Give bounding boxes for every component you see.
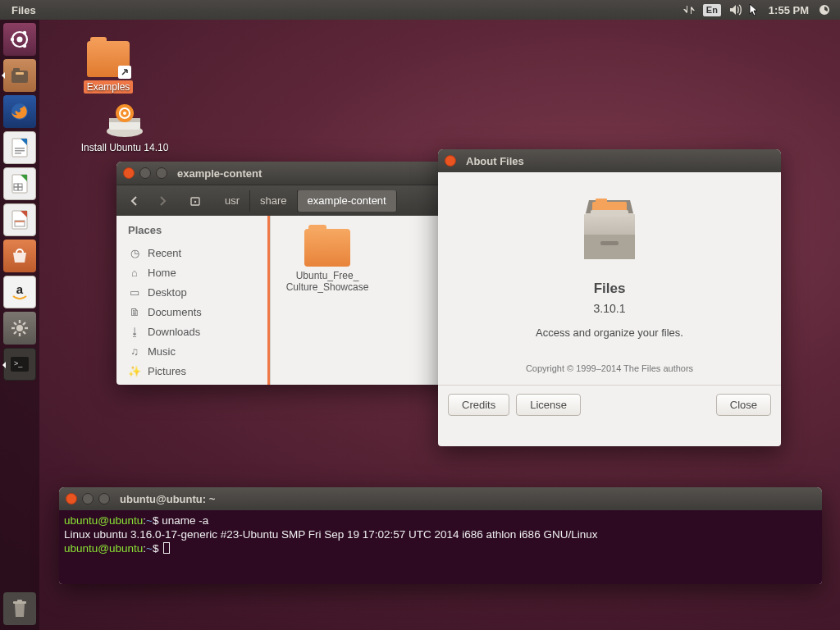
svg-text:a: a xyxy=(16,282,24,296)
desktop-icon-install-ubuntu[interactable]: Install Ubuntu 14.10 xyxy=(59,102,190,154)
sidebar-item-label: Pictures xyxy=(148,365,186,377)
sidebar-item-label: Documents xyxy=(148,306,202,318)
shortcut-badge-icon xyxy=(118,66,131,79)
svg-point-2 xyxy=(11,38,14,41)
folder-label: Ubuntu_Free_ Culture_Showcase xyxy=(282,270,372,293)
about-dialog: About Files Files 3.10.1 Access and orga… xyxy=(438,149,781,446)
svg-rect-7 xyxy=(16,72,24,75)
sidebar-item-label: Music xyxy=(148,345,176,358)
folder-item[interactable]: Ubuntu_Free_ Culture_Showcase xyxy=(282,229,372,293)
launcher-dash[interactable] xyxy=(3,23,36,56)
launcher-software-center[interactable] xyxy=(3,240,36,272)
nav-back-button[interactable] xyxy=(123,190,146,212)
window-minimize-button[interactable] xyxy=(139,167,151,179)
terminal-prompt-user: ubuntu@ubuntu xyxy=(64,542,143,555)
clock[interactable]: 1:55 PM xyxy=(764,0,814,20)
terminal-titlebar[interactable]: ubuntu@ubuntu: ~ xyxy=(59,487,822,510)
window-maximize-button[interactable] xyxy=(156,167,167,179)
svg-rect-46 xyxy=(600,241,619,245)
terminal-prompt-user: ubuntu@ubuntu xyxy=(64,514,143,527)
svg-rect-20 xyxy=(15,221,25,222)
svg-point-4 xyxy=(23,44,26,48)
desktop-icon-label: Install Ubuntu 14.10 xyxy=(78,141,172,154)
about-version: 3.10.1 xyxy=(458,302,761,315)
session-indicator-icon[interactable] xyxy=(814,0,835,20)
about-copyright: Copyright © 1999–2014 The Files authors xyxy=(458,363,761,373)
desktop-icon-label: Examples xyxy=(84,80,134,94)
downloads-icon: ⭳ xyxy=(128,326,141,338)
launcher-amazon[interactable]: a xyxy=(3,276,36,308)
about-window-title: About Files xyxy=(466,155,524,167)
svg-line-27 xyxy=(14,322,16,325)
launcher-settings[interactable] xyxy=(3,312,36,345)
keyboard-indicator[interactable]: En xyxy=(703,4,721,16)
breadcrumb-segment[interactable]: usr xyxy=(215,190,250,212)
sidebar-item-label: Home xyxy=(148,267,176,279)
svg-point-22 xyxy=(16,325,23,331)
path-root-button[interactable] xyxy=(184,190,207,212)
svg-rect-34 xyxy=(17,600,22,602)
svg-point-40 xyxy=(123,112,126,115)
clock-icon: ◷ xyxy=(128,247,141,259)
top-panel: Files En 1:55 PM xyxy=(0,0,840,20)
svg-point-42 xyxy=(194,200,196,202)
desktop-icon-examples[interactable]: Examples xyxy=(59,41,158,94)
window-close-button[interactable] xyxy=(445,155,456,167)
launcher-calc[interactable] xyxy=(3,167,36,200)
license-button[interactable]: License xyxy=(516,394,581,416)
breadcrumb: usr share example-content xyxy=(215,190,397,212)
close-button[interactable]: Close xyxy=(716,394,771,416)
breadcrumb-segment-current[interactable]: example-content xyxy=(298,190,397,212)
credits-button[interactable]: Credits xyxy=(448,394,509,416)
app-icon xyxy=(566,185,653,272)
terminal-cursor xyxy=(163,542,170,554)
svg-rect-48 xyxy=(596,199,607,203)
home-icon: ⌂ xyxy=(128,267,141,279)
network-indicator-icon[interactable] xyxy=(678,0,700,20)
svg-line-30 xyxy=(23,322,25,325)
terminal-body[interactable]: ubuntu@ubuntu:~$ uname -a Linux ubuntu 3… xyxy=(59,510,822,584)
launcher-terminal[interactable]: >_ xyxy=(3,348,36,381)
terminal-title: ubuntu@ubuntu: ~ xyxy=(120,493,215,505)
about-description: Access and organize your files. xyxy=(458,326,761,339)
window-close-button[interactable] xyxy=(123,167,135,179)
sidebar-item-downloads[interactable]: ⭳Downloads xyxy=(128,322,270,341)
terminal-window: ubuntu@ubuntu: ~ ubuntu@ubuntu:~$ uname … xyxy=(59,487,822,584)
sidebar-item-recent[interactable]: ◷Recent xyxy=(128,243,270,262)
places-sidebar: Places ◷Recent ⌂Home ▭Desktop 🗎Documents… xyxy=(116,216,271,385)
sidebar-item-pictures[interactable]: ✨Pictures xyxy=(128,361,270,381)
sidebar-item-music[interactable]: ♫Music xyxy=(128,341,270,361)
launcher-trash[interactable] xyxy=(3,592,36,625)
svg-rect-10 xyxy=(15,148,25,149)
sidebar-item-home[interactable]: ⌂Home xyxy=(128,262,270,282)
places-header: Places xyxy=(128,224,270,236)
svg-line-28 xyxy=(23,331,25,334)
window-minimize-button[interactable] xyxy=(82,493,94,504)
app-menu-label[interactable]: Files xyxy=(7,0,41,20)
desktop-icon: ▭ xyxy=(128,286,141,299)
svg-point-3 xyxy=(23,31,26,34)
documents-icon: 🗎 xyxy=(128,306,141,318)
nav-forward-button[interactable] xyxy=(151,190,174,212)
sidebar-item-desktop[interactable]: ▭Desktop xyxy=(128,282,270,302)
terminal-prompt-path: ~ xyxy=(146,542,153,555)
sidebar-scrollbar[interactable] xyxy=(267,216,270,385)
sidebar-item-documents[interactable]: 🗎Documents xyxy=(128,302,270,322)
about-app-name: Files xyxy=(458,281,761,297)
launcher-writer[interactable] xyxy=(3,131,36,164)
launcher-firefox[interactable] xyxy=(3,95,36,128)
pictures-icon: ✨ xyxy=(128,365,141,377)
about-titlebar[interactable]: About Files xyxy=(438,149,781,172)
svg-rect-6 xyxy=(13,68,20,72)
window-close-button[interactable] xyxy=(66,493,77,504)
svg-point-1 xyxy=(17,37,23,43)
breadcrumb-segment[interactable]: share xyxy=(250,190,298,212)
launcher-files[interactable] xyxy=(3,59,36,92)
svg-rect-12 xyxy=(15,153,21,154)
window-maximize-button[interactable] xyxy=(98,493,110,504)
terminal-output: Linux ubuntu 3.16.0-17-generic #23-Ubunt… xyxy=(64,528,597,541)
svg-rect-11 xyxy=(15,150,25,152)
svg-line-29 xyxy=(14,331,16,334)
launcher-impress[interactable] xyxy=(3,203,36,236)
terminal-command: uname -a xyxy=(162,514,208,527)
